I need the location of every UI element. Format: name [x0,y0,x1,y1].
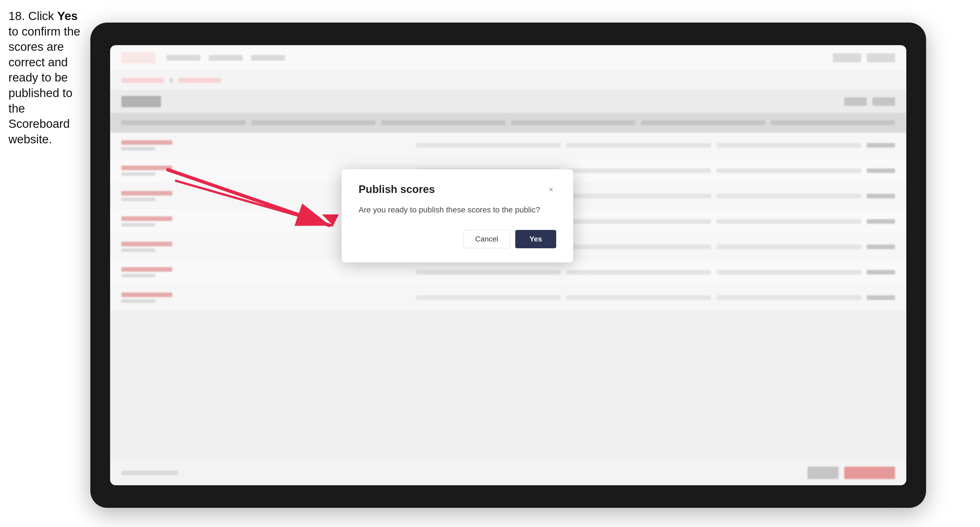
action-btn-sm-1 [844,97,867,106]
breadcrumb-sep [169,78,173,83]
td-3 [717,194,861,198]
footer-btn-primary [844,467,895,479]
nav-bar [110,45,906,70]
td-2 [566,270,711,275]
td-name [121,292,410,303]
step-number: 18. [8,9,25,22]
td-3 [717,219,861,224]
td-main [121,166,172,170]
action-btn-sm-2 [872,97,895,106]
instruction-prefix: Click [28,9,57,22]
td-num [867,219,895,224]
td-num [867,295,895,300]
td-main [121,140,172,145]
footer-text [121,471,178,475]
td-sub [121,274,155,277]
table-row [110,285,906,310]
td-3 [717,270,861,275]
td-2 [566,168,711,173]
yes-bold: Yes [57,9,78,22]
cancel-button[interactable]: Cancel [464,230,510,248]
th-1 [121,120,246,125]
nav-links [167,55,285,61]
nav-link-1 [167,55,200,61]
sub-header [110,70,906,90]
yes-button[interactable]: Yes [515,230,556,248]
td-main [121,292,172,297]
dialog-footer: Cancel Yes [359,230,556,248]
td-1 [416,270,561,275]
td-sub [121,223,155,227]
nav-link-3 [251,55,285,61]
td-num [867,143,895,148]
breadcrumb-1 [121,78,164,83]
instruction-text: 18. Click Yes to confirm the scores are … [8,8,88,147]
td-main [121,242,172,246]
td-main [121,267,172,272]
table-footer [110,460,906,485]
action-btn-primary [121,96,161,107]
td-3 [717,295,861,300]
td-sub [121,172,155,176]
dialog-header: Publish scores × [359,183,556,195]
td-2 [566,295,711,300]
th-4 [511,120,635,125]
screen-background [110,45,906,485]
tablet-device: Publish scores × Are you ready to publis… [90,22,926,508]
breadcrumb-2 [178,78,221,83]
dialog-body: Are you ready to publish these scores to… [359,204,556,216]
th-5 [641,120,765,125]
td-2 [566,244,711,249]
td-main [121,191,172,195]
nav-link-2 [209,55,243,61]
td-3 [717,168,861,173]
td-name [121,140,410,150]
nav-btn-1 [833,53,861,62]
table-header [110,113,906,133]
td-num [867,270,895,275]
td-2 [566,194,711,198]
th-3 [381,120,505,125]
td-sub [121,249,155,252]
td-num [867,244,895,249]
dialog-title: Publish scores [359,183,435,195]
td-main [121,216,172,221]
td-num [867,194,895,198]
td-sub [121,147,155,150]
table-row [110,260,906,285]
td-sub [121,299,155,303]
td-2 [566,143,711,148]
table-row [110,133,906,158]
td-3 [717,244,861,249]
td-1 [416,295,561,300]
publish-scores-dialog: Publish scores × Are you ready to publis… [342,169,573,262]
td-2 [566,219,711,224]
nav-btn-2 [867,53,895,62]
instruction-suffix: to confirm the scores are correct and re… [8,25,80,146]
td-num [867,168,895,173]
th-6 [771,120,895,125]
footer-btn [808,467,838,479]
td-sub [121,198,155,201]
td-3 [717,143,861,148]
action-bar [110,90,906,113]
dialog-close-button[interactable]: × [546,184,556,195]
td-1 [416,143,561,148]
app-logo [121,52,155,63]
td-name [121,267,410,277]
th-2 [251,120,375,125]
nav-right [833,53,895,62]
tablet-screen: Publish scores × Are you ready to publis… [110,45,906,485]
